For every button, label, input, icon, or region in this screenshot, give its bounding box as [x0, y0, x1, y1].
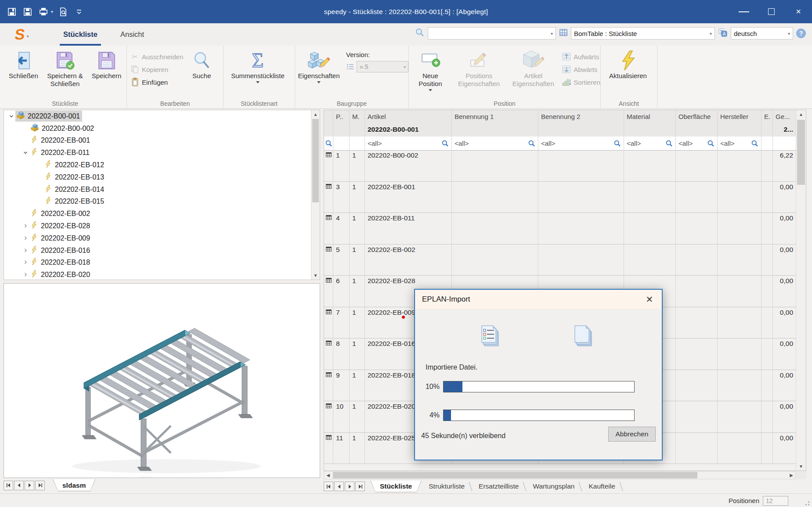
- language-select[interactable]: deutsch▾: [731, 27, 793, 40]
- tree-item[interactable]: 202202-EB-013: [4, 171, 311, 183]
- table-cell[interactable]: [452, 245, 538, 276]
- table-cell[interactable]: [676, 433, 718, 464]
- print-dropdown-icon[interactable]: ▾: [51, 9, 53, 14]
- tree-item[interactable]: 202202-EB-015: [4, 196, 311, 208]
- scroll-down-icon[interactable]: ▼: [796, 462, 806, 471]
- resize-grip[interactable]: [803, 499, 809, 505]
- tab-sldasm[interactable]: sldasm: [53, 479, 95, 491]
- speichern-schliessen-button[interactable]: Speichern & Schließen: [45, 49, 85, 88]
- help-icon[interactable]: ?: [796, 29, 806, 38]
- scroll-down-icon[interactable]: ▼: [311, 271, 320, 280]
- tree-item[interactable]: 202202-EB-011: [4, 147, 311, 159]
- table-cell[interactable]: [718, 213, 761, 244]
- table-cell[interactable]: [676, 370, 718, 401]
- table-cell[interactable]: 0,00: [773, 307, 796, 338]
- table-cell[interactable]: [624, 150, 676, 181]
- tab-ersatzteilliste[interactable]: Ersatzteilliste: [472, 481, 526, 493]
- table-cell[interactable]: [676, 182, 718, 213]
- table-cell[interactable]: 0,00: [773, 338, 796, 370]
- table-cell[interactable]: 1: [350, 182, 365, 213]
- scroll-up-icon[interactable]: ▲: [311, 110, 320, 119]
- app-menu-button[interactable]: S ▾: [15, 26, 29, 43]
- table-cell[interactable]: [718, 182, 761, 213]
- einfuegen-button[interactable]: Einfügen: [130, 77, 183, 87]
- table-row[interactable]: 51202202-EB-0020,00: [324, 245, 796, 276]
- table-cell[interactable]: 9: [333, 370, 350, 401]
- tree-expander[interactable]: [22, 260, 29, 265]
- table-cell[interactable]: [761, 276, 773, 307]
- tree-expander[interactable]: [22, 272, 29, 277]
- table-vscrollbar[interactable]: ▲ ▼: [796, 110, 806, 471]
- table-cell[interactable]: 4: [333, 213, 350, 244]
- table-cell[interactable]: 1: [350, 245, 365, 276]
- first-tab-icon[interactable]: [324, 482, 333, 491]
- prev-sheet-icon[interactable]: [14, 481, 24, 490]
- table-cell[interactable]: [452, 213, 538, 244]
- filter-cell[interactable]: <all>: [718, 137, 761, 150]
- table-cell[interactable]: 8: [333, 338, 350, 370]
- table-cell[interactable]: 3: [333, 182, 350, 213]
- version-select[interactable]: ».5▾: [357, 61, 408, 72]
- scroll-left-icon[interactable]: ◀: [324, 471, 332, 479]
- table-cell[interactable]: [624, 182, 676, 213]
- table-cell[interactable]: [624, 245, 676, 276]
- table-cell[interactable]: 1: [350, 276, 365, 307]
- tab-kaufteile[interactable]: Kaufteile: [581, 481, 622, 493]
- scroll-right-icon[interactable]: ▶: [787, 471, 795, 479]
- table-cell[interactable]: 6: [333, 276, 350, 307]
- table-cell[interactable]: 1: [350, 213, 365, 244]
- speichern-button[interactable]: Speichern: [88, 49, 125, 80]
- tree-item[interactable]: 202202-B00-002: [4, 122, 311, 135]
- table-cell[interactable]: 1: [350, 370, 365, 401]
- summenstueckliste-button[interactable]: Σ Summenstückliste: [225, 49, 291, 83]
- tree-item[interactable]: 202202-EB-002: [4, 208, 311, 220]
- tree-item[interactable]: 202202-EB-009: [4, 232, 311, 245]
- tab-stückliste[interactable]: Stückliste: [370, 481, 422, 493]
- filter-cell[interactable]: [773, 137, 796, 150]
- last-tab-icon[interactable]: [355, 482, 365, 491]
- table-cell[interactable]: [761, 182, 773, 213]
- column-header[interactable]: P..: [333, 110, 350, 123]
- minimize-button[interactable]: [730, 0, 758, 23]
- table-cell[interactable]: [538, 182, 624, 213]
- tree-expander[interactable]: [22, 150, 29, 155]
- table-cell[interactable]: [718, 433, 761, 464]
- table-cell[interactable]: [452, 182, 538, 213]
- row-gutter[interactable]: [324, 245, 333, 276]
- table-cell[interactable]: [761, 370, 773, 401]
- tree-expander[interactable]: [22, 223, 29, 229]
- tree-item[interactable]: 202202-EB-014: [4, 183, 311, 196]
- tree-item[interactable]: 202202-EB-020: [4, 269, 311, 280]
- table-cell[interactable]: [761, 338, 773, 370]
- table-row[interactable]: 31202202-EB-0010,00: [324, 182, 796, 213]
- table-parent-row[interactable]: 202202-B00-0012...: [324, 123, 796, 137]
- table-cell[interactable]: 1: [350, 338, 365, 370]
- tree-item[interactable]: 202202-EB-028: [4, 220, 311, 232]
- tree-item[interactable]: 202202-EB-018: [4, 257, 311, 269]
- tree-item[interactable]: 202202-EB-016: [4, 245, 311, 257]
- tab-stueckliste[interactable]: Stückliste: [52, 23, 109, 46]
- print-icon[interactable]: [38, 6, 49, 18]
- abwaerts-button[interactable]: Abwärts: [562, 65, 600, 74]
- table-cell[interactable]: [761, 213, 773, 244]
- table-cell[interactable]: 0,00: [773, 433, 796, 464]
- tree-item[interactable]: 202202-EB-001: [4, 135, 311, 147]
- next-sheet-icon[interactable]: [25, 481, 34, 490]
- abbrechen-button[interactable]: Abbrechen: [608, 427, 656, 442]
- table-cell[interactable]: 202202-EB-001: [365, 182, 452, 213]
- table-cell[interactable]: [676, 213, 718, 244]
- row-gutter[interactable]: [324, 150, 333, 181]
- tab-ansicht[interactable]: Ansicht: [109, 23, 155, 46]
- filter-cell[interactable]: <all>: [452, 137, 538, 150]
- tree-expander[interactable]: [22, 236, 29, 241]
- column-header[interactable]: Oberfläche: [676, 110, 718, 123]
- print-preview-icon[interactable]: [58, 6, 69, 18]
- filter-cell[interactable]: [350, 137, 365, 150]
- column-header[interactable]: Benennung 2: [538, 110, 624, 123]
- positions-eigenschaften-button[interactable]: Positions Eigenschaften: [453, 49, 505, 88]
- 3d-viewport[interactable]: [4, 283, 320, 478]
- row-gutter[interactable]: [324, 307, 333, 338]
- suche-button[interactable]: Suche: [186, 49, 217, 80]
- table-cell[interactable]: 202202-EB-002: [365, 245, 452, 276]
- aktualisieren-button[interactable]: Aktualisieren: [602, 49, 654, 80]
